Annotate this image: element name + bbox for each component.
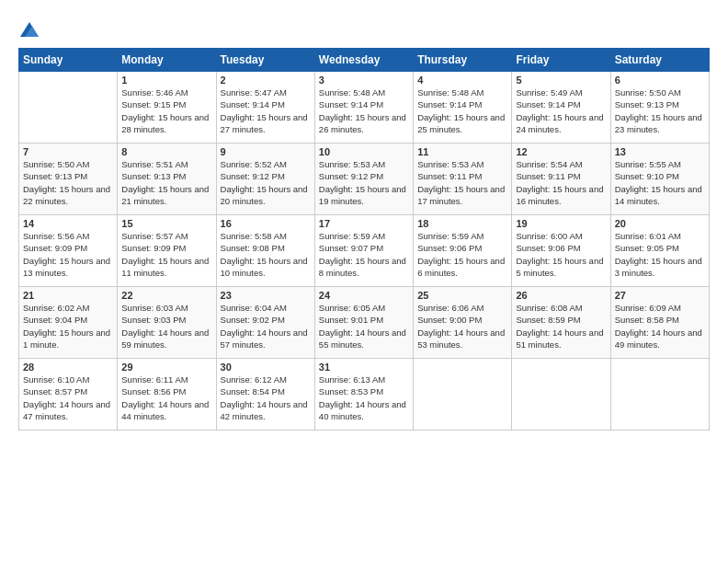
day-cell: 6Sunrise: 5:50 AMSunset: 9:13 PMDaylight…	[610, 72, 709, 144]
day-number: 30	[221, 362, 311, 373]
day-number: 3	[319, 75, 409, 86]
day-cell: 7Sunrise: 5:50 AMSunset: 9:13 PMDaylight…	[19, 144, 118, 215]
day-cell	[19, 72, 118, 144]
day-cell: 3Sunrise: 5:48 AMSunset: 9:14 PMDaylight…	[314, 72, 413, 144]
day-cell: 12Sunrise: 5:54 AMSunset: 9:11 PMDayligh…	[512, 144, 610, 215]
day-cell: 9Sunrise: 5:52 AMSunset: 9:12 PMDaylight…	[216, 144, 314, 215]
day-info: Sunrise: 6:06 AMSunset: 9:00 PMDaylight:…	[417, 302, 507, 350]
header-day-tuesday: Tuesday	[216, 49, 314, 72]
header-day-thursday: Thursday	[414, 49, 512, 72]
day-info: Sunrise: 5:52 AMSunset: 9:12 PMDaylight:…	[221, 158, 311, 207]
day-cell: 24Sunrise: 6:05 AMSunset: 9:01 PMDayligh…	[314, 287, 413, 359]
day-info: Sunrise: 6:11 AMSunset: 8:56 PMDaylight:…	[121, 373, 211, 422]
header-day-sunday: Sunday	[19, 49, 118, 72]
day-cell: 5Sunrise: 5:49 AMSunset: 9:14 PMDaylight…	[512, 72, 610, 144]
day-info: Sunrise: 5:59 AMSunset: 9:06 PMDaylight:…	[417, 230, 507, 279]
day-info: Sunrise: 6:09 AMSunset: 8:58 PMDaylight:…	[615, 302, 705, 350]
day-number: 14	[23, 218, 113, 229]
week-row-0: 1Sunrise: 5:46 AMSunset: 9:15 PMDaylight…	[19, 72, 710, 144]
week-row-4: 28Sunrise: 6:10 AMSunset: 8:57 PMDayligh…	[19, 359, 710, 431]
day-number: 26	[516, 290, 606, 301]
day-number: 8	[121, 146, 211, 157]
day-cell: 1Sunrise: 5:46 AMSunset: 9:15 PMDaylight…	[118, 72, 216, 144]
day-info: Sunrise: 5:49 AMSunset: 9:14 PMDaylight:…	[516, 86, 606, 135]
day-number: 27	[615, 290, 705, 301]
header	[18, 18, 710, 39]
calendar: SundayMondayTuesdayWednesdayThursdayFrid…	[18, 48, 710, 431]
day-info: Sunrise: 5:54 AMSunset: 9:11 PMDaylight:…	[516, 158, 606, 207]
day-cell: 21Sunrise: 6:02 AMSunset: 9:04 PMDayligh…	[19, 287, 118, 359]
day-number: 4	[417, 75, 507, 86]
day-number: 21	[23, 290, 113, 301]
day-info: Sunrise: 5:50 AMSunset: 9:13 PMDaylight:…	[615, 86, 705, 135]
day-info: Sunrise: 6:13 AMSunset: 8:53 PMDaylight:…	[319, 373, 409, 422]
day-info: Sunrise: 5:51 AMSunset: 9:13 PMDaylight:…	[121, 158, 211, 207]
day-number: 12	[516, 146, 606, 157]
day-info: Sunrise: 5:46 AMSunset: 9:15 PMDaylight:…	[121, 86, 211, 135]
day-cell: 23Sunrise: 6:04 AMSunset: 9:02 PMDayligh…	[216, 287, 314, 359]
day-number: 17	[319, 218, 409, 229]
day-info: Sunrise: 5:55 AMSunset: 9:10 PMDaylight:…	[615, 158, 705, 207]
week-row-3: 21Sunrise: 6:02 AMSunset: 9:04 PMDayligh…	[19, 287, 710, 359]
header-row: SundayMondayTuesdayWednesdayThursdayFrid…	[19, 49, 710, 72]
day-info: Sunrise: 5:48 AMSunset: 9:14 PMDaylight:…	[319, 86, 409, 135]
day-number: 6	[615, 75, 705, 86]
day-cell: 25Sunrise: 6:06 AMSunset: 9:00 PMDayligh…	[414, 287, 512, 359]
day-cell: 26Sunrise: 6:08 AMSunset: 8:59 PMDayligh…	[512, 287, 610, 359]
day-cell	[512, 359, 610, 431]
day-number: 9	[221, 146, 311, 157]
day-cell: 20Sunrise: 6:01 AMSunset: 9:05 PMDayligh…	[610, 215, 709, 287]
day-info: Sunrise: 5:57 AMSunset: 9:09 PMDaylight:…	[121, 230, 211, 279]
day-number: 23	[221, 290, 311, 301]
day-cell: 22Sunrise: 6:03 AMSunset: 9:03 PMDayligh…	[118, 287, 216, 359]
day-number: 11	[417, 146, 507, 157]
day-cell	[414, 359, 512, 431]
day-cell: 31Sunrise: 6:13 AMSunset: 8:53 PMDayligh…	[314, 359, 413, 431]
day-number: 24	[319, 290, 409, 301]
day-info: Sunrise: 6:12 AMSunset: 8:54 PMDaylight:…	[221, 373, 311, 422]
day-cell: 17Sunrise: 5:59 AMSunset: 9:07 PMDayligh…	[314, 215, 413, 287]
day-number: 25	[417, 290, 507, 301]
day-number: 2	[221, 75, 311, 86]
day-info: Sunrise: 6:02 AMSunset: 9:04 PMDaylight:…	[23, 302, 113, 350]
day-cell: 27Sunrise: 6:09 AMSunset: 8:58 PMDayligh…	[610, 287, 709, 359]
day-cell: 13Sunrise: 5:55 AMSunset: 9:10 PMDayligh…	[610, 144, 709, 215]
week-row-2: 14Sunrise: 5:56 AMSunset: 9:09 PMDayligh…	[19, 215, 710, 287]
day-cell: 30Sunrise: 6:12 AMSunset: 8:54 PMDayligh…	[216, 359, 314, 431]
day-cell: 2Sunrise: 5:47 AMSunset: 9:14 PMDaylight…	[216, 72, 314, 144]
day-number: 15	[121, 218, 211, 229]
day-number: 10	[319, 146, 409, 157]
logo-icon	[20, 20, 39, 39]
day-info: Sunrise: 5:58 AMSunset: 9:08 PMDaylight:…	[221, 230, 311, 279]
day-info: Sunrise: 5:59 AMSunset: 9:07 PMDaylight:…	[319, 230, 409, 279]
day-number: 1	[121, 75, 211, 86]
header-day-friday: Friday	[512, 49, 610, 72]
day-cell: 28Sunrise: 6:10 AMSunset: 8:57 PMDayligh…	[19, 359, 118, 431]
day-cell: 15Sunrise: 5:57 AMSunset: 9:09 PMDayligh…	[118, 215, 216, 287]
day-info: Sunrise: 5:50 AMSunset: 9:13 PMDaylight:…	[23, 158, 113, 207]
day-info: Sunrise: 6:08 AMSunset: 8:59 PMDaylight:…	[516, 302, 606, 350]
day-cell: 11Sunrise: 5:53 AMSunset: 9:11 PMDayligh…	[414, 144, 512, 215]
day-number: 29	[121, 362, 211, 373]
day-info: Sunrise: 6:03 AMSunset: 9:03 PMDaylight:…	[121, 302, 211, 350]
day-info: Sunrise: 5:53 AMSunset: 9:12 PMDaylight:…	[319, 158, 409, 207]
day-number: 13	[615, 146, 705, 157]
logo	[18, 18, 39, 39]
day-number: 5	[516, 75, 606, 86]
day-info: Sunrise: 5:56 AMSunset: 9:09 PMDaylight:…	[23, 230, 113, 279]
day-info: Sunrise: 5:47 AMSunset: 9:14 PMDaylight:…	[221, 86, 311, 135]
day-number: 19	[516, 218, 606, 229]
page: SundayMondayTuesdayWednesdayThursdayFrid…	[0, 0, 728, 563]
day-info: Sunrise: 5:53 AMSunset: 9:11 PMDaylight:…	[417, 158, 507, 207]
day-cell	[610, 359, 709, 431]
day-info: Sunrise: 6:04 AMSunset: 9:02 PMDaylight:…	[221, 302, 311, 350]
day-cell: 18Sunrise: 5:59 AMSunset: 9:06 PMDayligh…	[414, 215, 512, 287]
day-cell: 29Sunrise: 6:11 AMSunset: 8:56 PMDayligh…	[118, 359, 216, 431]
day-info: Sunrise: 6:01 AMSunset: 9:05 PMDaylight:…	[615, 230, 705, 279]
day-cell: 8Sunrise: 5:51 AMSunset: 9:13 PMDaylight…	[118, 144, 216, 215]
header-day-saturday: Saturday	[610, 49, 709, 72]
day-cell: 4Sunrise: 5:48 AMSunset: 9:14 PMDaylight…	[414, 72, 512, 144]
day-cell: 19Sunrise: 6:00 AMSunset: 9:06 PMDayligh…	[512, 215, 610, 287]
day-number: 7	[23, 146, 113, 157]
header-day-wednesday: Wednesday	[314, 49, 413, 72]
